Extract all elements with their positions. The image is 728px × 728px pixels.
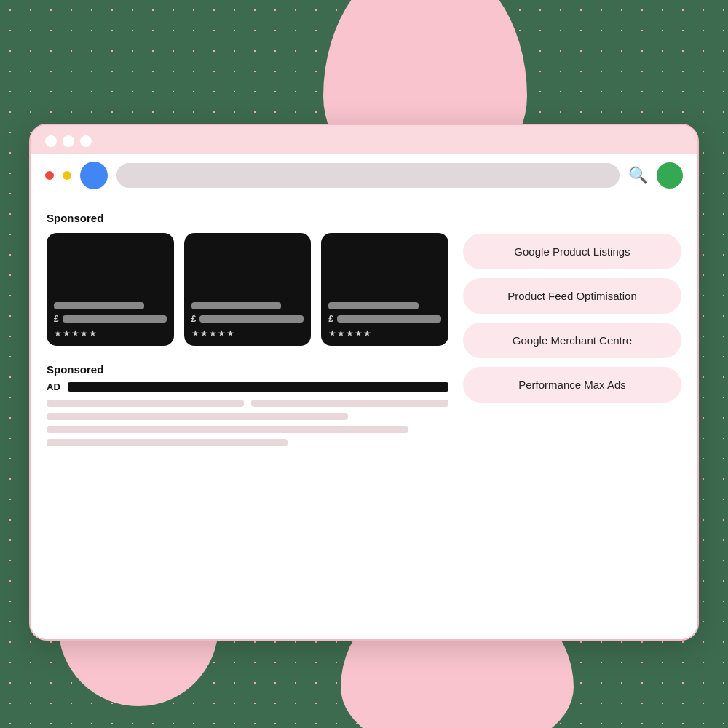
card-image-1 — [54, 240, 167, 298]
card-stars-2: ★★★★★ — [191, 328, 304, 339]
card-title-bar-1 — [54, 302, 144, 309]
content-line-1a — [47, 400, 244, 407]
sponsored-label-1: Sponsored — [47, 212, 448, 224]
toolbar-yellow-dot — [63, 171, 71, 180]
browser-titlebar — [31, 125, 697, 154]
browser-toolbar: 🔍 — [31, 154, 697, 197]
card-price-bar-2 — [199, 315, 304, 323]
browser-window: 🔍 Sponsored £ ★★★★★ — [29, 124, 699, 641]
product-cards-row: £ ★★★★★ £ ★★★★★ — [47, 233, 448, 346]
search-icon[interactable]: 🔍 — [628, 166, 648, 185]
titlebar-dot-1 — [45, 135, 57, 147]
product-card-1[interactable]: £ ★★★★★ — [47, 233, 174, 346]
feature-pill-google-merchant-centre[interactable]: Google Merchant Centre — [463, 323, 681, 358]
feature-pill-google-product-listings[interactable]: Google Product Listings — [463, 234, 681, 269]
feature-pill-product-feed-optimisation[interactable]: Product Feed Optimisation — [463, 278, 681, 314]
card-title-bar-3 — [328, 302, 419, 309]
card-stars-1: ★★★★★ — [54, 328, 167, 339]
product-card-3[interactable]: £ ★★★★★ — [321, 233, 448, 346]
card-price-bar-1 — [63, 315, 167, 323]
card-currency-1: £ — [54, 314, 59, 324]
search-bar[interactable] — [116, 163, 620, 188]
profile-avatar[interactable] — [657, 162, 683, 189]
card-image-3 — [328, 240, 441, 298]
card-price-row-3: £ — [328, 314, 441, 324]
feature-pill-performance-max-ads[interactable]: Performance Max Ads — [463, 367, 681, 403]
features-panel: Google Product Listings Product Feed Opt… — [463, 212, 681, 452]
card-currency-2: £ — [191, 314, 197, 324]
browser-content: Sponsored £ ★★★★★ £ — [31, 197, 697, 467]
content-lines-row-1 — [47, 400, 448, 407]
card-price-row-2: £ — [191, 314, 304, 324]
results-panel: Sponsored £ ★★★★★ £ — [47, 212, 448, 452]
card-price-bar-3 — [337, 315, 441, 323]
sponsored-label-2: Sponsored — [47, 363, 448, 376]
card-image-2 — [191, 240, 304, 298]
content-line-1b — [251, 400, 448, 407]
product-card-2[interactable]: £ ★★★★★ — [184, 233, 312, 346]
card-title-bar-2 — [191, 302, 282, 309]
titlebar-dot-3 — [80, 135, 92, 147]
ad-label: AD — [47, 381, 60, 392]
card-stars-3: ★★★★★ — [328, 328, 441, 339]
browser-logo — [80, 162, 108, 189]
titlebar-dot-2 — [63, 135, 74, 147]
content-line-2 — [47, 413, 348, 420]
ad-title-bar — [68, 382, 448, 392]
content-line-3 — [47, 426, 408, 433]
card-price-row-1: £ — [54, 314, 167, 324]
content-line-4 — [47, 439, 288, 446]
ad-row: AD — [47, 381, 448, 392]
toolbar-red-dot — [45, 171, 54, 180]
card-currency-3: £ — [328, 314, 333, 324]
